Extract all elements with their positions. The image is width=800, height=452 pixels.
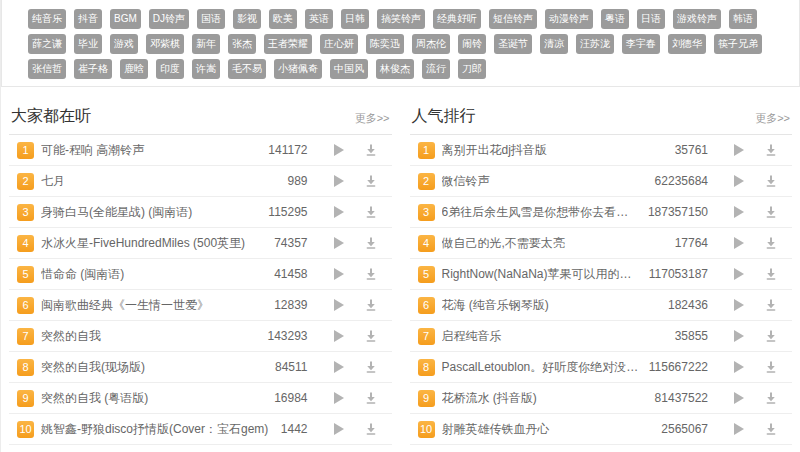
song-title[interactable]: 花海 (纯音乐钢琴版) xyxy=(442,297,660,314)
tag-button[interactable]: 崔子格 xyxy=(74,59,112,79)
song-title[interactable]: 七月 xyxy=(41,173,279,190)
download-button[interactable] xyxy=(756,361,786,373)
song-title[interactable]: PascalLetoublon。好听度你绝对没有听过的。 xyxy=(442,359,641,376)
tag-button[interactable]: 日语 xyxy=(637,9,665,29)
tag-button[interactable]: BGM xyxy=(110,9,141,29)
tag-button[interactable]: 小猪佩奇 xyxy=(274,59,322,79)
download-button[interactable] xyxy=(756,392,786,404)
play-button[interactable] xyxy=(322,423,356,435)
play-button[interactable] xyxy=(722,330,756,342)
play-button[interactable] xyxy=(322,330,356,342)
tag-button[interactable]: DJ铃声 xyxy=(149,9,189,29)
download-button[interactable] xyxy=(756,175,786,187)
song-title[interactable]: 惜命命 (闽南语) xyxy=(41,266,266,283)
tag-button[interactable]: 国语 xyxy=(197,9,225,29)
play-button[interactable] xyxy=(722,392,756,404)
tag-button[interactable]: 动漫铃声 xyxy=(545,9,593,29)
tag-button[interactable]: 韩语 xyxy=(729,9,757,29)
tag-button[interactable]: 影视 xyxy=(233,9,261,29)
download-button[interactable] xyxy=(356,144,386,156)
play-button[interactable] xyxy=(322,392,356,404)
play-button[interactable] xyxy=(322,237,356,249)
play-button[interactable] xyxy=(322,268,356,280)
song-title[interactable]: 身骑白马(全能星战) (闽南语) xyxy=(41,204,260,221)
download-button[interactable] xyxy=(756,206,786,218)
play-button[interactable] xyxy=(322,361,356,373)
download-button[interactable] xyxy=(756,144,786,156)
tag-button[interactable]: 游戏 xyxy=(110,34,138,54)
tag-button[interactable]: 抖音 xyxy=(74,9,102,29)
download-button[interactable] xyxy=(356,423,386,435)
tag-button[interactable]: 中国风 xyxy=(330,59,368,79)
download-button[interactable] xyxy=(756,423,786,435)
tag-button[interactable]: 印度 xyxy=(156,59,184,79)
tag-button[interactable]: 薛之谦 xyxy=(28,34,66,54)
play-button[interactable] xyxy=(722,299,756,311)
song-title[interactable]: 姚智鑫-野狼disco抒情版(Cover：宝石gem) xyxy=(41,421,273,438)
play-button[interactable] xyxy=(722,237,756,249)
song-title[interactable]: 水冰火星-FiveHundredMiles (500英里) xyxy=(41,235,266,252)
download-button[interactable] xyxy=(756,299,786,311)
tag-button[interactable]: 毛不易 xyxy=(228,59,266,79)
tag-button[interactable]: 许嵩 xyxy=(192,59,220,79)
tag-button[interactable]: 流行 xyxy=(422,59,450,79)
tag-button[interactable]: 张信哲 xyxy=(28,59,66,79)
download-button[interactable] xyxy=(356,175,386,187)
tag-button[interactable]: 邓紫棋 xyxy=(146,34,184,54)
tag-button[interactable]: 张杰 xyxy=(228,34,256,54)
tag-button[interactable]: 经典好听 xyxy=(433,9,481,29)
play-button[interactable] xyxy=(722,175,756,187)
song-title[interactable]: RightNow(NaNaNa)苹果可以用的铃声 xyxy=(442,266,641,283)
download-button[interactable] xyxy=(356,206,386,218)
song-title[interactable]: 做自己的光,不需要太亮 xyxy=(442,235,667,252)
download-button[interactable] xyxy=(356,237,386,249)
tag-button[interactable]: 筷子兄弟 xyxy=(714,34,762,54)
song-title[interactable]: 花桥流水 (抖音版) xyxy=(442,390,647,407)
tag-button[interactable]: 粤语 xyxy=(601,9,629,29)
tag-button[interactable]: 清凉 xyxy=(540,34,568,54)
song-title[interactable]: 突然的自我 (粤语版) xyxy=(41,390,266,407)
song-title[interactable]: 闽南歌曲经典《一生情一世爱》 xyxy=(41,297,266,314)
tag-button[interactable]: 圣诞节 xyxy=(494,34,532,54)
more-link[interactable]: 更多>> xyxy=(355,111,390,125)
download-button[interactable] xyxy=(356,299,386,311)
play-button[interactable] xyxy=(322,144,356,156)
tag-button[interactable]: 英语 xyxy=(305,9,333,29)
download-button[interactable] xyxy=(356,392,386,404)
song-title[interactable]: 可能-程响 高潮铃声 xyxy=(41,142,260,159)
play-button[interactable] xyxy=(722,268,756,280)
play-button[interactable] xyxy=(722,423,756,435)
tag-button[interactable]: 闹铃 xyxy=(458,34,486,54)
tag-button[interactable]: 短信铃声 xyxy=(489,9,537,29)
tag-button[interactable]: 欧美 xyxy=(269,9,297,29)
tag-button[interactable]: 搞笑铃声 xyxy=(377,9,425,29)
play-button[interactable] xyxy=(722,206,756,218)
tag-button[interactable]: 鹿晗 xyxy=(120,59,148,79)
tag-button[interactable]: 李宇春 xyxy=(622,34,660,54)
download-button[interactable] xyxy=(756,330,786,342)
tag-button[interactable]: 林俊杰 xyxy=(376,59,414,79)
download-button[interactable] xyxy=(356,330,386,342)
download-button[interactable] xyxy=(356,268,386,280)
tag-button[interactable]: 陈奕迅 xyxy=(366,34,404,54)
more-link[interactable]: 更多>> xyxy=(755,111,790,125)
tag-button[interactable]: 新年 xyxy=(192,34,220,54)
tag-button[interactable]: 刀郎 xyxy=(458,59,486,79)
tag-button[interactable]: 游戏铃声 xyxy=(673,9,721,29)
tag-button[interactable]: 庄心妍 xyxy=(320,34,358,54)
play-button[interactable] xyxy=(722,361,756,373)
tag-button[interactable]: 刘德华 xyxy=(668,34,706,54)
play-button[interactable] xyxy=(722,144,756,156)
tag-button[interactable]: 毕业 xyxy=(74,34,102,54)
tag-button[interactable]: 王者荣耀 xyxy=(264,34,312,54)
download-button[interactable] xyxy=(356,361,386,373)
tag-button[interactable]: 日韩 xyxy=(341,9,369,29)
song-title[interactable]: 离别开出花dj抖音版 xyxy=(442,142,667,159)
song-title[interactable]: 突然的自我(现场版) xyxy=(41,359,267,376)
song-title[interactable]: 射雕英雄传铁血丹心 xyxy=(442,421,654,438)
song-title[interactable]: 突然的自我 xyxy=(41,328,259,345)
tag-button[interactable]: 汪苏泷 xyxy=(576,34,614,54)
song-title[interactable]: 微信铃声 xyxy=(442,173,647,190)
play-button[interactable] xyxy=(322,206,356,218)
song-title[interactable]: 启程纯音乐 xyxy=(442,328,667,345)
